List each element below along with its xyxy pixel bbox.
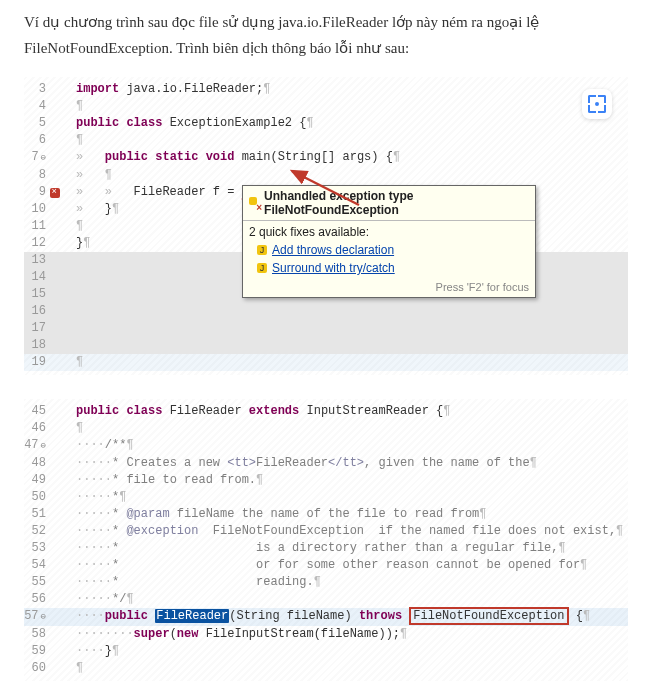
line-number: 54	[24, 557, 52, 574]
code-line: » }¶	[72, 201, 119, 218]
line-number: 51	[24, 506, 52, 523]
code-line: ¶	[72, 98, 83, 115]
line-number: 16	[24, 303, 52, 320]
line-number: 46	[24, 420, 52, 437]
code-line: ·····* @exception FileNotFoundException …	[72, 523, 623, 540]
line-number: 12	[24, 235, 52, 252]
code-line: ·····* is a directory rather than a regu…	[72, 540, 566, 557]
quickfix-surround-trycatch[interactable]: Surround with try/catch	[272, 261, 395, 275]
tooltip-title: Unhandled exception type FileNotFoundExc…	[264, 189, 529, 217]
fold-icon[interactable]: ⊖	[39, 153, 46, 163]
intro-paragraph: Ví dụ chương trình sau đọc file sử dụng …	[24, 10, 628, 61]
line-number: 15	[24, 286, 52, 303]
tooltip-footer: Press 'F2' for focus	[243, 277, 535, 297]
code-line: import java.io.FileReader;¶	[72, 81, 270, 98]
tooltip-subtitle: 2 quick fixes available:	[243, 221, 535, 241]
line-number: 5	[24, 115, 52, 132]
code-line: public class ExceptionExample2 {¶	[72, 115, 314, 132]
line-number: 11	[24, 218, 52, 235]
lightbulb-icon: J	[257, 245, 267, 255]
line-number: 6	[24, 132, 52, 149]
line-number: 7⊖	[24, 149, 52, 167]
annotation-box: FileNotFoundException	[409, 607, 568, 625]
fold-icon[interactable]: ⊖	[39, 612, 46, 622]
line-number: 3	[24, 81, 52, 98]
line-number: 56	[24, 591, 52, 608]
line-number: 19	[24, 354, 52, 371]
code-line: » public static void main(String[] args)…	[72, 149, 400, 166]
quickfix-tooltip: Unhandled exception type FileNotFoundExc…	[242, 185, 536, 298]
code-line: }¶	[72, 235, 90, 252]
line-number: 48	[24, 455, 52, 472]
code-line: » ¶	[72, 167, 112, 184]
code-line: ·····* or for some other reason cannot b…	[72, 557, 587, 574]
code-line: ¶	[72, 354, 83, 371]
line-number: 13	[24, 252, 52, 269]
line-number: 49	[24, 472, 52, 489]
scan-icon[interactable]	[582, 89, 612, 119]
line-number: 45	[24, 403, 52, 420]
line-number: 18	[24, 337, 52, 354]
line-number: 55	[24, 574, 52, 591]
line-number: 60	[24, 660, 52, 677]
line-number: 52	[24, 523, 52, 540]
line-number: 17	[24, 320, 52, 337]
code-line: ·····* Creates a new <tt>FileReader</tt>…	[72, 455, 537, 472]
line-number: 14	[24, 269, 52, 286]
code-line: ····}¶	[72, 643, 119, 660]
line-number: 4	[24, 98, 52, 115]
error-icon[interactable]	[50, 188, 60, 198]
code-line: ·····* file to read from.¶	[72, 472, 263, 489]
code-line: ····public FileReader(String fileName) t…	[72, 608, 590, 625]
line-number: 50	[24, 489, 52, 506]
code-line: ·····* @param fileName the name of the f…	[72, 506, 487, 523]
text-selection: FileReader	[155, 609, 229, 623]
line-number: 47⊖	[24, 437, 52, 455]
line-number: 8	[24, 167, 52, 184]
line-number: 59	[24, 643, 52, 660]
code-line: ¶	[72, 132, 83, 149]
line-number: 9	[24, 184, 52, 201]
code-line: ¶	[72, 420, 83, 437]
line-number: 57⊖	[24, 608, 52, 626]
line-number: 58	[24, 626, 52, 643]
fold-icon[interactable]: ⊖	[39, 441, 46, 451]
code-line: ¶	[72, 660, 83, 677]
code-line: ·····*¶	[72, 489, 126, 506]
lightbulb-icon: J	[257, 263, 267, 273]
code-line: ····/**¶	[72, 437, 134, 454]
line-number: 10	[24, 201, 52, 218]
code-line: public class FileReader extends InputStr…	[72, 403, 451, 420]
code-line: ·····*/¶	[72, 591, 134, 608]
code-line: ·····* reading.¶	[72, 574, 321, 591]
code-line: ¶	[72, 218, 83, 235]
code-block-2: 45public class FileReader extends InputS…	[24, 399, 628, 681]
line-number: 53	[24, 540, 52, 557]
code-block-1: 3import java.io.FileReader;¶ 4¶ 5public …	[24, 77, 628, 375]
lightbulb-error-icon	[249, 197, 260, 209]
code-line: ········super(new FileInputStream(fileNa…	[72, 626, 407, 643]
quickfix-add-throws[interactable]: Add throws declaration	[272, 243, 394, 257]
